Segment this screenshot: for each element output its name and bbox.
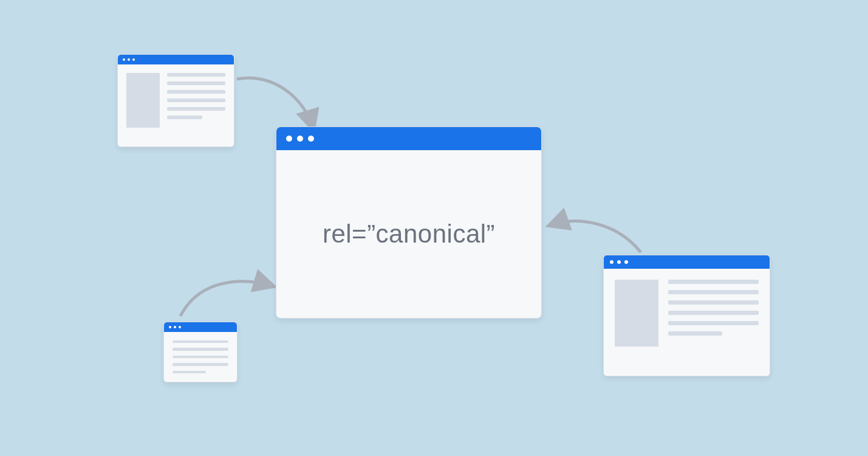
thumbnail-placeholder-icon bbox=[126, 73, 160, 128]
arrow-bottom-left-to-center-icon bbox=[174, 268, 284, 328]
window-dot-icon bbox=[123, 58, 125, 61]
arrow-right-to-center-icon bbox=[544, 207, 647, 268]
window-dot-icon bbox=[297, 136, 303, 142]
window-body: rel=”canonical” bbox=[276, 150, 541, 318]
thumbnail-placeholder-icon bbox=[615, 280, 658, 347]
window-dot-icon bbox=[132, 58, 135, 61]
window-body bbox=[164, 332, 237, 382]
text-lines-placeholder bbox=[167, 73, 225, 138]
window-dot-icon bbox=[169, 326, 171, 328]
duplicate-window-bottom-left bbox=[163, 322, 238, 382]
canonical-tag-label: rel=”canonical” bbox=[323, 219, 495, 249]
canonical-target-window: rel=”canonical” bbox=[276, 126, 542, 319]
window-titlebar bbox=[118, 55, 234, 64]
window-titlebar bbox=[276, 127, 541, 150]
text-lines-placeholder bbox=[668, 280, 759, 365]
window-body bbox=[118, 64, 234, 147]
duplicate-window-top-left bbox=[117, 54, 234, 147]
window-dot-icon bbox=[128, 58, 130, 61]
duplicate-window-right bbox=[603, 255, 770, 376]
window-dot-icon bbox=[286, 136, 292, 142]
window-body bbox=[604, 269, 770, 376]
window-dot-icon bbox=[308, 136, 314, 142]
